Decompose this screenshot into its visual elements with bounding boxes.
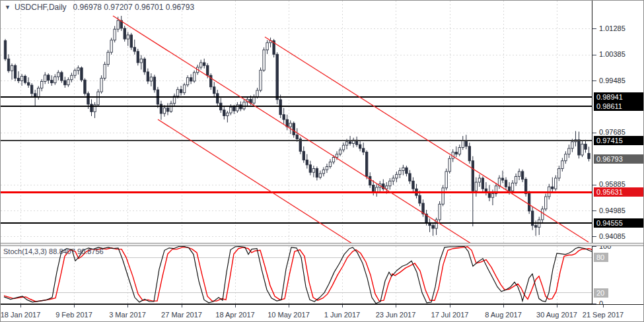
candle-bull	[117, 20, 119, 29]
candle-bear	[137, 51, 139, 63]
candle-bear	[303, 151, 304, 160]
candle-bear	[24, 77, 26, 83]
price-tick-label: 0.94085	[599, 232, 626, 240]
candle-bull	[11, 65, 13, 71]
candle-bear	[14, 65, 16, 78]
time-tick-mark	[450, 305, 450, 307]
candle-bull	[478, 178, 480, 182]
candle-bear	[51, 80, 53, 83]
candle-bear	[124, 28, 125, 39]
time-tick-label: 30 Aug 2017	[536, 311, 577, 319]
candle-bear	[30, 85, 32, 94]
candle-bull	[568, 148, 570, 154]
time-tick-label: 8 Aug 2017	[485, 311, 522, 319]
candle-bull	[329, 162, 331, 166]
candle-bull	[581, 144, 583, 155]
candle-bull	[227, 113, 229, 115]
candle-bull	[396, 174, 398, 178]
candle-bear	[373, 185, 375, 191]
symbol-period-label: USDCHF,Daily	[15, 3, 67, 12]
candle-bull	[392, 178, 394, 181]
candle-bull	[326, 166, 328, 170]
price-tick-label: 0.97685	[599, 128, 626, 136]
time-tick-mark	[503, 305, 504, 307]
candle-bull	[462, 141, 464, 148]
panel-splitter[interactable]	[1, 243, 644, 246]
candle-bull	[41, 81, 43, 88]
candle-bull	[561, 161, 563, 169]
candle-bear	[535, 226, 537, 228]
candle-bear	[166, 108, 168, 112]
candle-bear	[81, 68, 83, 80]
price-level-badge: 0.98611	[594, 102, 644, 111]
candle-bear	[365, 152, 367, 177]
candle-bear	[133, 48, 135, 51]
main-chart-panel[interactable]: ▼USDCHF,Daily0.96978 0.97207 0.96701 0.9…	[1, 1, 592, 243]
candle-bull	[565, 154, 567, 161]
candle-bear	[468, 146, 470, 161]
candle-bear	[306, 160, 308, 164]
candle-bull	[127, 35, 129, 39]
trendline-object[interactable]	[158, 119, 352, 243]
candle-bull	[376, 187, 378, 192]
candle-bull	[322, 170, 324, 174]
trendline-object[interactable]	[113, 16, 471, 243]
candle-bull	[170, 104, 172, 112]
chart-title: ▼USDCHF,Daily0.96978 0.97207 0.96701 0.9…	[5, 3, 194, 12]
time-tick-mark	[342, 305, 343, 307]
candle-bear	[180, 90, 182, 93]
time-tick-label: 1 Jun 2017	[324, 311, 360, 319]
candle-bull	[140, 59, 142, 63]
price-level-badge: 0.94555	[594, 218, 644, 228]
candle-bull	[114, 29, 116, 40]
candle-bear	[552, 187, 554, 189]
main-chart-canvas[interactable]	[1, 1, 592, 243]
price-tick-mark	[592, 80, 596, 81]
time-tick-mark	[557, 305, 557, 307]
candle-bull	[475, 182, 477, 191]
time-tick-label: 18 Apr 2017	[215, 311, 254, 319]
candle-bear	[223, 110, 225, 116]
candle-bull	[545, 197, 547, 209]
candle-bull	[515, 176, 517, 183]
candle-bull	[312, 169, 314, 173]
candle-bull	[107, 52, 109, 64]
candle-bull	[183, 85, 185, 93]
candle-bear	[588, 153, 590, 158]
candle-bear	[578, 140, 580, 155]
time-axis[interactable]: 18 Jan 20179 Feb 20173 Mar 201727 Mar 20…	[1, 304, 644, 322]
price-tick-label: 1.00385	[599, 50, 626, 58]
candle-bull	[253, 97, 255, 104]
candle-bull	[511, 183, 513, 191]
stoch-panel[interactable]: Stoch(14,3,3) 88.8407 90.8756	[1, 246, 592, 304]
time-tick-label: 23 Jun 2017	[376, 311, 416, 319]
candle-bear	[279, 100, 281, 115]
candle-bull	[100, 79, 102, 92]
stoch-indicator-label: Stoch(14,3,3) 88.8407 90.8756	[3, 247, 104, 255]
time-tick-label: 18 Jan 2017	[1, 311, 41, 319]
price-tick-mark	[592, 28, 596, 29]
price-axis[interactable]: 1.012851.003850.994850.989410.986110.976…	[592, 1, 644, 304]
time-tick-label: 17 Jul 2017	[431, 311, 469, 319]
candle-bear	[359, 145, 361, 148]
candle-bull	[339, 150, 341, 154]
candle-bear	[147, 72, 149, 81]
candle-bull	[491, 194, 493, 198]
candle-bear	[293, 123, 295, 135]
time-tick-label: 10 May 2017	[268, 311, 310, 319]
candle-bear	[64, 80, 66, 85]
candle-bull	[542, 209, 544, 220]
candle-bear	[296, 135, 298, 139]
candle-bull	[336, 154, 338, 158]
candle-bull	[458, 148, 460, 154]
stoch-level-badge: 80	[594, 253, 608, 262]
candle-bull	[199, 63, 201, 67]
price-tick-mark	[592, 236, 596, 237]
candle-bull	[571, 142, 573, 148]
price-level-badge: 0.95631	[594, 187, 644, 197]
candle-bull	[342, 145, 344, 150]
candle-bull	[71, 75, 73, 80]
candle-bear	[87, 94, 89, 104]
price-tick-label: 0.99485	[599, 77, 626, 84]
symbol-dropdown-icon[interactable]: ▼	[5, 3, 11, 12]
